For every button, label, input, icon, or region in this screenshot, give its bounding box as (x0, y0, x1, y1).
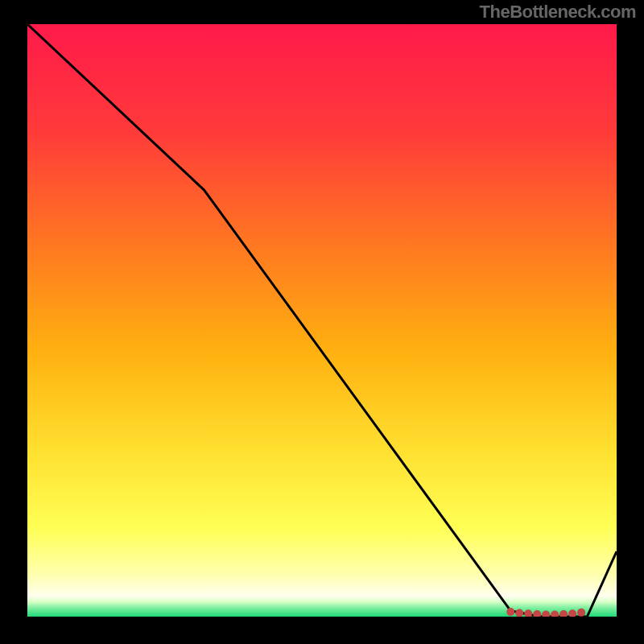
marker-point (577, 609, 585, 617)
plot-background (27, 24, 617, 617)
chart-container: TheBottleneck.com (0, 0, 644, 644)
watermark-label: TheBottleneck.com (480, 2, 636, 23)
marker-point (506, 608, 514, 616)
chart-svg (27, 24, 617, 617)
plot-area (27, 24, 617, 617)
